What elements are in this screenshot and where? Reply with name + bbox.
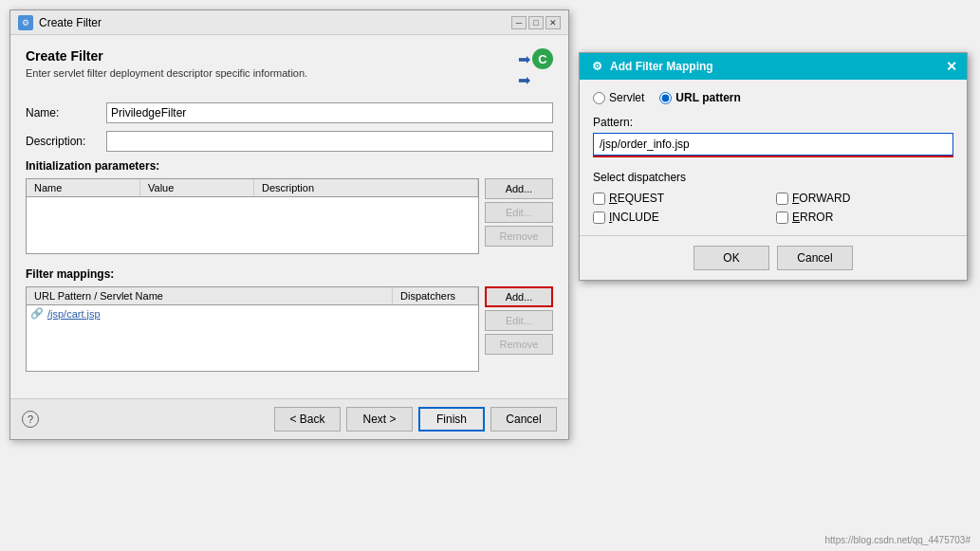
- request-checkbox[interactable]: [593, 193, 605, 205]
- arrow-right-icon: ➡: [518, 50, 530, 68]
- forward-checkbox[interactable]: [776, 193, 788, 205]
- arrow-right-2-icon: ➡: [518, 71, 530, 89]
- include-checkbox[interactable]: [593, 211, 605, 224]
- forward-label: FORWARD: [792, 192, 850, 205]
- params-col-description: Description: [254, 179, 478, 196]
- mappings-table-with-buttons: URL Pattern / Servlet Name Dispatchers 🔗…: [26, 286, 553, 372]
- footer-buttons: < Back Next > Finish Cancel: [274, 407, 557, 432]
- header-icon-group: ➡ C ➡: [518, 48, 553, 89]
- url-pattern-radio[interactable]: [659, 92, 672, 104]
- maximize-button[interactable]: □: [528, 16, 544, 29]
- description-input[interactable]: [106, 131, 553, 152]
- dialog-header-text: Create Filter Enter servlet filter deplo…: [26, 48, 307, 79]
- name-row: Name:: [26, 102, 553, 123]
- header-icons: ➡ C ➡: [518, 48, 553, 89]
- create-filter-dialog: ⚙ Create Filter ─ □ ✕ Create Filter Ente…: [9, 9, 569, 440]
- params-col-name: Name: [27, 179, 140, 196]
- params-remove-button[interactable]: Remove: [485, 226, 553, 247]
- dialog-header-title: Create Filter: [26, 48, 307, 64]
- dispatchers-title: Select dispatchers: [593, 171, 953, 184]
- params-edit-button[interactable]: Edit...: [485, 202, 553, 223]
- mappings-edit-button[interactable]: Edit...: [485, 310, 553, 331]
- params-table: Name Value Description: [26, 178, 479, 254]
- mappings-add-button[interactable]: Add...: [485, 286, 553, 307]
- mapping-row-1: 🔗 /jsp/cart.jsp: [27, 305, 478, 321]
- request-label: REQUEST: [609, 192, 664, 205]
- arrows: ➡ C ➡: [518, 48, 553, 89]
- dialog-title-icon: ⚙: [18, 15, 33, 30]
- create-filter-footer: ? < Back Next > Finish Cancel: [10, 398, 568, 439]
- mappings-col-dispatchers: Dispatchers: [393, 287, 478, 304]
- filter-mappings-title: Filter mappings:: [26, 267, 553, 281]
- forward-dispatcher[interactable]: FORWARD: [776, 192, 953, 205]
- close-button[interactable]: ✕: [545, 16, 561, 29]
- back-button[interactable]: < Back: [274, 407, 341, 432]
- add-filter-title-left: ⚙ Add Filter Mapping: [589, 59, 713, 74]
- mappings-table: URL Pattern / Servlet Name Dispatchers 🔗…: [26, 286, 479, 372]
- description-row: Description:: [26, 131, 553, 152]
- titlebar-buttons: ─ □ ✕: [511, 16, 561, 29]
- next-button[interactable]: Next >: [346, 407, 413, 432]
- include-label: INCLUDE: [609, 211, 659, 224]
- add-filter-titlebar: ⚙ Add Filter Mapping ✕: [580, 53, 967, 80]
- servlet-radio[interactable]: [593, 92, 605, 104]
- pattern-label: Pattern:: [593, 116, 953, 129]
- cancel-button[interactable]: Cancel: [490, 407, 557, 432]
- create-filter-body: Create Filter Enter servlet filter deplo…: [10, 35, 568, 398]
- include-dispatcher[interactable]: INCLUDE: [593, 211, 770, 224]
- help-button[interactable]: ?: [22, 411, 39, 428]
- name-label: Name:: [26, 106, 106, 119]
- dialog-header-subtitle: Enter servlet filter deployment descript…: [26, 67, 307, 79]
- params-table-with-buttons: Name Value Description Add... Edit... Re…: [26, 178, 553, 254]
- pattern-input-wrap: [593, 133, 953, 156]
- titlebar-left: ⚙ Create Filter: [18, 15, 102, 30]
- error-dispatcher[interactable]: ERROR: [776, 211, 953, 224]
- add-filter-body: Servlet URL pattern Pattern: Select disp…: [580, 80, 967, 235]
- params-add-button[interactable]: Add...: [485, 178, 553, 199]
- add-filter-gear-icon: ⚙: [589, 59, 604, 74]
- radio-row: Servlet URL pattern: [593, 91, 953, 104]
- mapping-row-text[interactable]: /jsp/cart.jsp: [47, 308, 101, 320]
- add-filter-close-button[interactable]: ✕: [946, 59, 957, 74]
- mapping-link-icon: 🔗: [30, 307, 44, 320]
- footer-left: ?: [22, 411, 39, 428]
- init-params-section: Initialization parameters: Name Value De…: [26, 159, 553, 254]
- url-pattern-radio-label: URL pattern: [675, 91, 740, 104]
- filter-mappings-section: Filter mappings: URL Pattern / Servlet N…: [26, 267, 553, 372]
- pattern-input-underline: [593, 156, 953, 157]
- error-checkbox[interactable]: [776, 211, 788, 224]
- minimize-button[interactable]: ─: [511, 16, 527, 29]
- pattern-input[interactable]: [593, 133, 953, 156]
- dispatchers-section: Select dispatchers REQUEST FORWARD INCLU…: [593, 171, 953, 224]
- green-c-icon: C: [532, 48, 553, 69]
- add-filter-footer: OK Cancel: [580, 235, 967, 280]
- url-pattern-radio-item[interactable]: URL pattern: [659, 91, 740, 104]
- add-filter-title: Add Filter Mapping: [610, 60, 713, 73]
- add-filter-cancel-button[interactable]: Cancel: [777, 246, 853, 270]
- mappings-remove-button[interactable]: Remove: [485, 334, 553, 355]
- request-dispatcher[interactable]: REQUEST: [593, 192, 770, 205]
- mappings-table-header: URL Pattern / Servlet Name Dispatchers: [27, 287, 478, 305]
- error-label: ERROR: [792, 211, 833, 224]
- create-filter-titlebar: ⚙ Create Filter ─ □ ✕: [10, 10, 568, 35]
- servlet-radio-item[interactable]: Servlet: [593, 91, 644, 104]
- add-filter-ok-button[interactable]: OK: [693, 246, 769, 270]
- watermark: https://blog.csdn.net/qq_4475703#: [825, 535, 971, 545]
- mappings-col-name: URL Pattern / Servlet Name: [27, 287, 393, 304]
- add-filter-mapping-dialog: ⚙ Add Filter Mapping ✕ Servlet URL patte…: [579, 52, 968, 281]
- dialog-header-section: Create Filter Enter servlet filter deplo…: [26, 48, 553, 89]
- params-col-value: Value: [140, 179, 254, 196]
- name-input[interactable]: [106, 102, 553, 123]
- dialog-title: Create Filter: [39, 16, 102, 29]
- servlet-radio-label: Servlet: [609, 91, 644, 104]
- init-params-title: Initialization parameters:: [26, 159, 553, 173]
- params-buttons: Add... Edit... Remove: [485, 178, 553, 254]
- finish-button[interactable]: Finish: [418, 407, 485, 432]
- description-label: Description:: [26, 135, 106, 148]
- params-table-header: Name Value Description: [27, 179, 478, 197]
- dispatchers-grid: REQUEST FORWARD INCLUDE ERROR: [593, 192, 953, 224]
- mappings-buttons: Add... Edit... Remove: [485, 286, 553, 372]
